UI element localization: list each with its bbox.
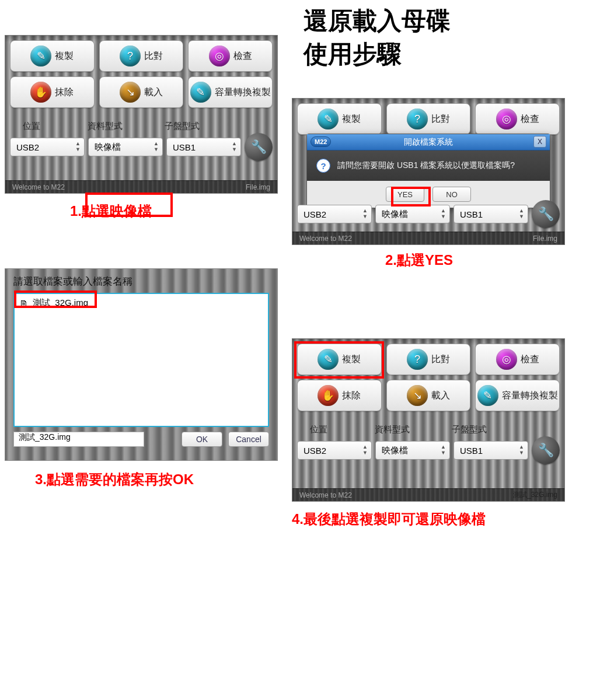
compare-button[interactable]: ? 比對	[386, 344, 471, 375]
load-button[interactable]: ↘ 載入	[99, 76, 184, 108]
compare-label: 比對	[144, 50, 163, 62]
select-subtype-value: USB1	[173, 142, 196, 152]
copy-icon: ✎	[318, 108, 339, 130]
wrench-icon: 🔧	[538, 443, 554, 458]
select-subtype[interactable]: USB1 ▲▼	[453, 205, 528, 223]
highlight-step4	[294, 341, 384, 379]
load-label: 載入	[144, 86, 163, 99]
chevron-updown-icon: ▲▼	[75, 141, 81, 152]
question-icon: ?	[316, 159, 330, 173]
capacity-button[interactable]: ✎ 容量轉換複製	[475, 380, 560, 411]
compare-button[interactable]: ? 比對	[386, 103, 471, 135]
select-datatype-value: 映像檔	[95, 142, 121, 153]
erase-button[interactable]: ✋ 抹除	[297, 380, 382, 411]
capacity-icon: ✎	[477, 385, 498, 406]
status-bar: Welcome to M22 File.img	[292, 232, 564, 244]
select-location[interactable]: USB2 ▲▼	[297, 441, 372, 460]
select-subtype[interactable]: USB1 ▲▼	[453, 441, 528, 460]
erase-icon: ✋	[318, 385, 339, 406]
label-datatype: 資料型式	[88, 121, 162, 132]
capacity-button[interactable]: ✎ 容量轉換複製	[188, 76, 273, 108]
load-button[interactable]: ↘ 載入	[386, 380, 471, 411]
check-icon: ◎	[209, 46, 230, 66]
label-subtype: 子盤型式	[165, 121, 239, 132]
select-datatype[interactable]: 映像檔 ▲▼	[88, 138, 163, 156]
wrench-icon: 🔧	[538, 206, 554, 222]
chevron-updown-icon: ▲▼	[362, 444, 368, 456]
ok-button[interactable]: OK	[182, 432, 222, 447]
copy-label: 複製	[55, 50, 74, 62]
select-location-value: USB2	[16, 142, 39, 152]
label-subtype: 子盤型式	[452, 424, 526, 435]
label-datatype: 資料型式	[375, 424, 449, 435]
compare-icon: ?	[407, 108, 428, 130]
label-location: 位置	[10, 121, 84, 132]
highlight-step3	[14, 290, 97, 308]
cancel-button[interactable]: Cancel	[228, 432, 269, 447]
caption-step4: 4.最後點選複製即可還原映像檔	[292, 510, 486, 528]
chevron-updown-icon: ▲▼	[441, 444, 446, 456]
status-file: File.img	[246, 183, 270, 191]
chevron-updown-icon: ▲▼	[154, 141, 159, 152]
erase-icon: ✋	[30, 82, 51, 103]
caption-step3: 3.點選需要的檔案再按OK	[35, 470, 194, 489]
load-icon: ↘	[407, 385, 428, 406]
caption-step2: 2.點選YES	[385, 251, 453, 270]
chevron-updown-icon: ▲▼	[519, 444, 524, 456]
load-icon: ↘	[120, 82, 141, 103]
filename-input[interactable]: 測試_32G.img	[13, 432, 144, 447]
status-bar: Welcome to M22 測試_32G.img	[292, 488, 564, 501]
check-button[interactable]: ◎ 檢查	[475, 344, 560, 375]
check-button[interactable]: ◎ 檢查	[475, 103, 560, 135]
select-datatype[interactable]: 映像檔 ▲▼	[375, 441, 450, 460]
copy-button[interactable]: ✎ 複製	[297, 103, 382, 135]
caption-step1: 1.點選映像檔	[70, 202, 152, 220]
check-label: 檢查	[233, 50, 252, 62]
check-icon: ◎	[496, 349, 517, 370]
page-title: 還原載入母碟 使用步驟	[304, 5, 451, 71]
status-welcome: Welcome to M22	[12, 183, 65, 191]
compare-button[interactable]: ? 比對	[99, 40, 184, 72]
wrench-icon: 🔧	[251, 139, 267, 155]
compare-icon: ?	[407, 349, 428, 370]
dialog-message: 請問您需要開啟 USB1 檔案系統以便選取檔案嗎?	[337, 160, 515, 171]
copy-icon: ✎	[30, 46, 51, 66]
capacity-label: 容量轉換複製	[215, 86, 271, 99]
select-subtype[interactable]: USB1 ▲▼	[166, 138, 241, 156]
chevron-updown-icon: ▲▼	[519, 208, 524, 219]
panel-step1: ✎ 複製 ? 比對 ◎ 檢查 ✋ 抹除 ↘ 載入 ✎ 容量轉換複製 位置 資料型…	[5, 35, 278, 194]
settings-button[interactable]: 🔧	[532, 436, 560, 464]
status-bar: Welcome to M22 File.img	[5, 180, 277, 193]
highlight-step2	[391, 187, 431, 206]
check-icon: ◎	[496, 108, 517, 130]
file-picker-title: 請選取檔案或輸入檔案名稱	[13, 275, 269, 288]
file-list[interactable]: 🗎 測試_32G.img	[13, 293, 269, 427]
chevron-updown-icon: ▲▼	[232, 141, 237, 152]
dialog-title-bar: M22 開啟檔案系統 X	[307, 134, 550, 150]
check-button[interactable]: ◎ 檢查	[188, 40, 273, 72]
chevron-updown-icon: ▲▼	[441, 208, 446, 219]
capacity-icon: ✎	[190, 82, 211, 103]
copy-button[interactable]: ✎ 複製	[10, 40, 95, 72]
dialog-tag: M22	[311, 136, 331, 147]
dialog-title: 開啟檔案系統	[404, 137, 453, 148]
erase-button[interactable]: ✋ 抹除	[10, 76, 95, 108]
label-location: 位置	[297, 424, 371, 435]
chevron-updown-icon: ▲▼	[362, 208, 368, 219]
settings-button[interactable]: 🔧	[245, 133, 273, 161]
select-location[interactable]: USB2 ▲▼	[10, 138, 85, 156]
dialog-close-button[interactable]: X	[533, 136, 546, 148]
settings-button[interactable]: 🔧	[532, 200, 560, 228]
erase-label: 抹除	[55, 86, 74, 99]
select-datatype[interactable]: 映像檔 ▲▼	[375, 205, 450, 223]
compare-icon: ?	[120, 46, 141, 66]
select-location[interactable]: USB2 ▲▼	[297, 205, 372, 223]
panel-step2: ✎ 複製 ? 比對 ◎ 檢查 M22 開啟檔案系統 X ? 請問您需要開啟 US…	[292, 98, 565, 245]
